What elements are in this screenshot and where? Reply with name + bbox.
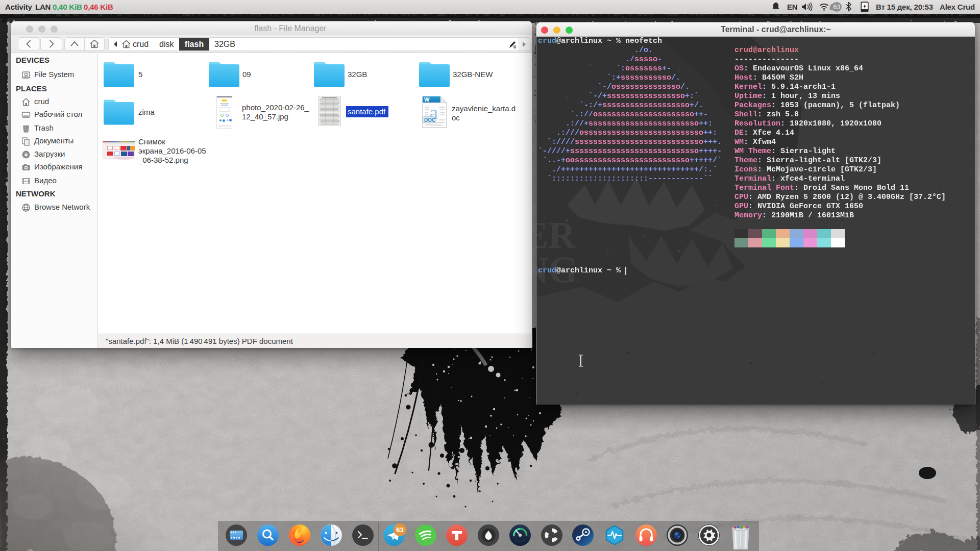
svg-text:DOC: DOC: [424, 117, 435, 123]
